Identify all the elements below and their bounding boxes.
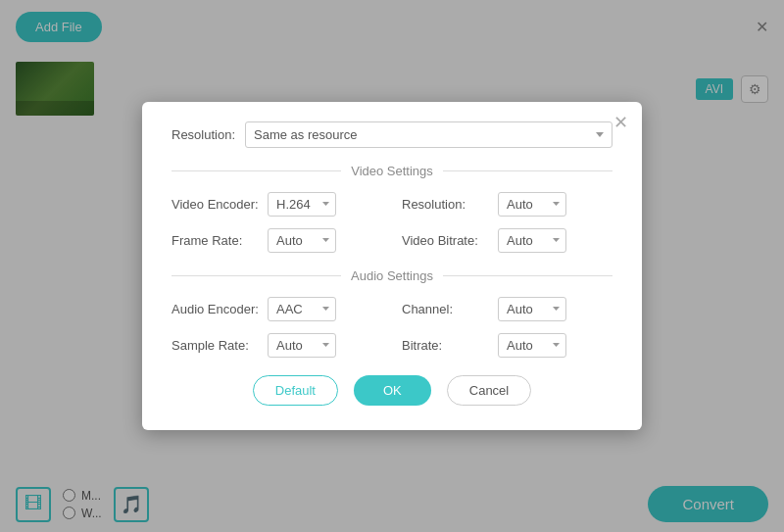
top-resolution-select[interactable]: Same as resource — [245, 121, 612, 148]
app-background: Add File ✕ AVI ⚙ 🎞 M... W... 🎵 Convert — [0, 0, 784, 532]
audio-settings-divider: Audio Settings — [172, 268, 612, 283]
sample-rate-row: Sample Rate: Auto — [172, 333, 382, 358]
cancel-button[interactable]: Cancel — [447, 375, 531, 406]
dialog-actions: Default OK Cancel — [172, 375, 612, 406]
video-encoder-label: Video Encoder: — [172, 197, 260, 212]
ok-button[interactable]: OK — [354, 375, 431, 406]
bitrate-select[interactable]: Auto — [498, 333, 566, 358]
video-bitrate-select[interactable]: Auto — [498, 228, 566, 253]
bitrate-row: Bitrate: Auto — [402, 333, 612, 358]
frame-rate-row: Frame Rate: Auto — [172, 228, 382, 253]
resolution-row: Resolution: Auto — [402, 192, 612, 217]
resolution-label: Resolution: — [402, 197, 490, 212]
top-resolution-row: Resolution: Same as resource — [172, 121, 612, 148]
audio-encoder-select[interactable]: AAC — [268, 297, 336, 321]
video-settings-label: Video Settings — [351, 164, 433, 178]
modal-overlay: ✕ Resolution: Same as resource Video Set… — [0, 0, 784, 532]
dialog-close-button[interactable]: ✕ — [613, 114, 628, 131]
video-bitrate-label: Video Bitrate: — [402, 233, 490, 248]
video-settings-grid: Video Encoder: H.264 Resolution: Auto Fr… — [172, 192, 612, 253]
video-encoder-row: Video Encoder: H.264 — [172, 192, 382, 217]
channel-row: Channel: Auto — [402, 297, 612, 321]
video-bitrate-row: Video Bitrate: Auto — [402, 228, 612, 253]
video-encoder-select[interactable]: H.264 — [268, 192, 336, 217]
video-settings-divider: Video Settings — [172, 164, 612, 178]
audio-settings-grid: Audio Encoder: AAC Channel: Auto Sample … — [172, 297, 612, 358]
sample-rate-select[interactable]: Auto — [268, 333, 336, 358]
frame-rate-label: Frame Rate: — [172, 233, 260, 248]
audio-settings-label: Audio Settings — [351, 268, 433, 283]
sample-rate-label: Sample Rate: — [172, 338, 260, 353]
resolution-select[interactable]: Auto — [498, 192, 566, 217]
bitrate-label: Bitrate: — [402, 338, 490, 353]
channel-label: Channel: — [402, 302, 490, 316]
audio-encoder-label: Audio Encoder: — [172, 302, 260, 316]
settings-dialog: ✕ Resolution: Same as resource Video Set… — [142, 102, 642, 430]
channel-select[interactable]: Auto — [498, 297, 566, 321]
audio-encoder-row: Audio Encoder: AAC — [172, 297, 382, 321]
default-button[interactable]: Default — [253, 375, 338, 406]
top-resolution-label: Resolution: — [172, 127, 235, 142]
frame-rate-select[interactable]: Auto — [268, 228, 336, 253]
